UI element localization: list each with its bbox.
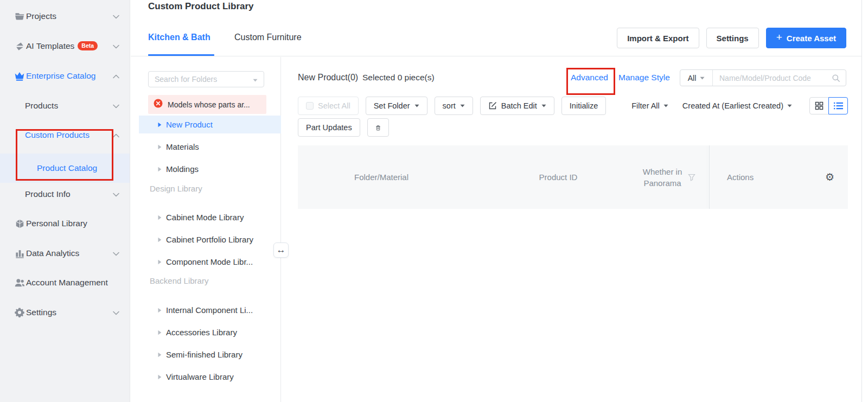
view-toggle [809, 97, 848, 114]
sidebar-item-label: Custom Products [25, 130, 90, 140]
batch-edit-button[interactable]: Batch Edit [480, 97, 554, 115]
tree-item-cabinet-mode-library[interactable]: Cabinet Mode Library [131, 208, 281, 226]
caret-right-icon [158, 237, 162, 243]
tree-item-label: Cabinet Mode Library [166, 213, 244, 222]
sidebar-item-label: Personal Library [26, 219, 87, 228]
dropdown-arrow-icon [663, 104, 668, 107]
page-title: Custom Product Library [148, 1, 254, 12]
tree-item-component-mode-library[interactable]: Component Mode Libr... [131, 253, 281, 271]
tree-section-design-library: Design Library [150, 184, 202, 193]
manage-style-link[interactable]: Manage Style [618, 73, 670, 82]
checkbox-icon [306, 102, 314, 110]
crown-icon [14, 71, 25, 81]
dropdown-arrow-icon [460, 104, 465, 107]
part-updates-button[interactable]: Part Updates [298, 118, 360, 137]
chevron-down-icon [113, 248, 119, 258]
sidebar-item-label: Enterprise Catalog [26, 71, 95, 81]
sidebar-item-product-info[interactable]: Product Info [0, 180, 130, 209]
active-tab-underline [148, 54, 214, 56]
tree-item-accessories-library[interactable]: Accessories Library [131, 323, 281, 341]
main-content: New Product(0) Selected 0 piece(s) Advan… [282, 57, 861, 402]
caret-right-icon [158, 167, 162, 172]
cube-icon [14, 219, 25, 229]
delete-button[interactable] [367, 118, 389, 137]
sidebar-item-custom-products[interactable]: Custom Products [0, 120, 130, 150]
filter-funnel-icon[interactable] [688, 174, 695, 183]
column-actions: Actions [727, 145, 770, 209]
beta-badge: Beta [78, 41, 98, 50]
sidebar-item-account-management[interactable]: Account Management [0, 268, 130, 297]
page-scrollbar[interactable] [861, 0, 868, 402]
tree-item-label: Semi-finished Library [166, 350, 242, 359]
column-folder-material: Folder/Material [333, 145, 430, 209]
grid-view-button[interactable] [809, 97, 829, 114]
bar-chart-icon [14, 248, 25, 259]
order-by-dropdown[interactable]: Created At (Earliest Created) [682, 101, 792, 110]
tab-kitchen-and-bath[interactable]: Kitchen & Bath [148, 33, 210, 42]
sidebar-item-ai-templates[interactable]: AI TemplatesBeta [0, 31, 130, 61]
plus-icon: + [776, 31, 782, 43]
set-folder-button[interactable]: Set Folder [366, 97, 427, 115]
chevron-down-icon [113, 41, 119, 51]
tree-item-semi-finished-library[interactable]: Semi-finished Library [131, 346, 281, 363]
sidebar-item-product-catalog[interactable]: Product Catalog [0, 154, 130, 183]
sidebar-item-products[interactable]: Products [0, 91, 130, 120]
caret-right-icon [158, 330, 162, 335]
folder-search-placeholder: Search for Folders [155, 75, 217, 84]
dropdown-arrow-icon [253, 75, 258, 84]
sidebar-item-enterprise-catalog[interactable]: Enterprise Catalog [0, 61, 130, 91]
panel-resize-handle[interactable]: ↔ [273, 243, 289, 258]
select-all-button[interactable]: Select All [298, 97, 359, 115]
gear-icon [14, 307, 25, 318]
product-search-control: All [680, 69, 846, 86]
sidebar-item-label: Settings [26, 308, 56, 317]
caret-right-icon [158, 374, 162, 380]
tree-item-label: Cabinet Portfolio Library [166, 235, 253, 244]
initialize-button[interactable]: Initialize [561, 97, 606, 115]
tree-item-materials[interactable]: Materials [131, 138, 281, 156]
search-scope-select[interactable]: All [680, 70, 713, 86]
dropdown-arrow-icon [541, 104, 546, 107]
sidebar-item-label: Data Analytics [26, 248, 79, 258]
sidebar-item-projects[interactable]: Projects [0, 2, 130, 31]
caret-right-icon [158, 308, 162, 313]
main-sidebar: Projects AI TemplatesBeta Enterprise Cat… [0, 0, 130, 402]
sort-button[interactable]: sort [435, 97, 473, 115]
list-view-button[interactable] [828, 97, 848, 114]
sidebar-item-label: AI Templates [26, 41, 74, 50]
trash-icon [375, 123, 381, 132]
toolbar-row-1: Select All Set Folder sort Batch Edit In… [298, 97, 606, 115]
tree-item-internal-component-library[interactable]: Internal Component Li... [131, 301, 281, 319]
tree-item-virtualware-library[interactable]: Virtualware Library [131, 368, 281, 386]
chevron-down-icon [113, 101, 119, 111]
dropdown-arrow-icon [700, 76, 705, 80]
tree-item-label: Materials [166, 142, 199, 151]
list-icon [834, 102, 843, 110]
sidebar-item-settings[interactable]: Settings [0, 298, 130, 327]
tree-item-cabinet-portfolio-library[interactable]: Cabinet Portfolio Library [131, 231, 281, 248]
caret-right-icon [158, 352, 162, 358]
import-export-button[interactable]: Import & Export [617, 28, 699, 48]
grid-icon [815, 101, 824, 110]
filter-all-dropdown[interactable]: Filter All [631, 101, 668, 110]
sidebar-item-data-analytics[interactable]: Data Analytics [0, 239, 130, 268]
horizontal-arrows-icon: ↔ [277, 245, 286, 256]
column-settings-gear-icon[interactable]: ⚙ [825, 145, 834, 209]
product-search-input[interactable] [713, 74, 832, 82]
tree-item-moldings[interactable]: Moldings [131, 160, 281, 178]
tree-section-backend-library: Backend Library [150, 276, 208, 285]
create-asset-button[interactable]: +Create Asset [766, 28, 846, 48]
sidebar-item-personal-library[interactable]: Personal Library [0, 209, 130, 238]
search-icon[interactable] [832, 74, 840, 82]
tree-item-label: Internal Component Li... [166, 305, 253, 315]
parts-alert-banner[interactable]: Models whose parts ar... [148, 95, 266, 114]
settings-button[interactable]: Settings [706, 28, 759, 48]
page-header: Custom Product Library Kitchen & Bath Cu… [131, 0, 861, 56]
toolbar-row-2: Part Updates [298, 118, 389, 137]
folder-search-select[interactable]: Search for Folders [148, 71, 264, 87]
app-window: Projects AI TemplatesBeta Enterprise Cat… [0, 0, 868, 402]
tree-item-new-product[interactable]: New Product [139, 116, 281, 133]
advanced-link[interactable]: Advanced [571, 73, 608, 82]
tab-custom-furniture[interactable]: Custom Furniture [234, 33, 302, 42]
tree-item-label: Accessories Library [166, 328, 237, 337]
